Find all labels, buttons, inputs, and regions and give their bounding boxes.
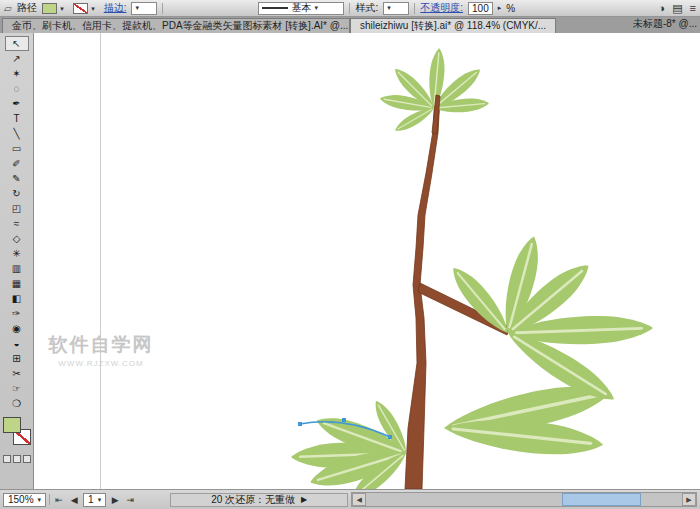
zoom-tool[interactable]: ❍	[5, 396, 29, 411]
crop-area-tool[interactable]: ⊞	[5, 351, 29, 366]
eyedropper-tool[interactable]: ✑	[5, 306, 29, 321]
previous-artboard-button[interactable]: ◀	[68, 495, 80, 505]
stroke-width-select[interactable]: ▾	[131, 2, 157, 15]
tabs-container: 金币、刷卡机、信用卡、提款机、PDA等金融类矢量图标素材 [转换].AI* @.…	[2, 18, 556, 33]
tools-list: ↖↗✶◌✒T╲▭✐✎↻◰≈◇✳▥▦◧✑◉◒⊞✂☞❍	[0, 36, 33, 411]
slice-tool[interactable]: ✂	[5, 366, 29, 381]
opacity-input[interactable]: 100	[468, 2, 493, 15]
gradient-tool[interactable]: ◧	[5, 291, 29, 306]
control-bar: ▱ 路径 ▾ ▾ 描边: ▾ 基本 ▾ 样式: ▾ 不透明度: 100 ▸ % …	[0, 0, 700, 17]
divider	[49, 494, 50, 505]
path-object-icon: ▱	[4, 3, 12, 14]
hand-tool[interactable]: ☞	[5, 381, 29, 396]
scrollbar-track[interactable]	[366, 493, 682, 506]
last-artboard-button[interactable]: ⇥	[124, 495, 136, 505]
type-tool[interactable]: T	[5, 111, 29, 126]
chevron-down-icon: ▾	[98, 496, 102, 504]
chevron-down-icon: ▾	[60, 5, 64, 13]
scroll-left-arrow-icon[interactable]: ◀	[352, 493, 366, 506]
none-mode-button[interactable]	[23, 455, 31, 463]
horizontal-scrollbar[interactable]: ◀ ▶	[351, 492, 697, 507]
status-display: 20 次还原：无重做 ▶	[170, 493, 348, 507]
direct-selection-tool[interactable]: ↗	[5, 51, 29, 66]
pen-tool[interactable]: ✒	[5, 96, 29, 111]
stroke-panel-link[interactable]: 描边:	[104, 1, 127, 15]
pencil-tool[interactable]: ✎	[5, 171, 29, 186]
document-tab[interactable]: shileizhiwu [转换].ai* @ 118.4% (CMYK/...	[350, 18, 556, 33]
artboard-number-value: 1	[88, 494, 94, 505]
artboard-canvas[interactable]: 软件自学网 WWW.RJZXW.COM	[34, 33, 700, 489]
plant-artwork[interactable]	[34, 33, 700, 489]
status-bar: 150% ▾ ⇤ ◀ 1 ▾ ▶ ⇥ 20 次还原：无重做 ▶ ◀ ▶	[0, 489, 700, 509]
divider	[414, 3, 415, 14]
column-graph-tool[interactable]: ▥	[5, 261, 29, 276]
chevron-down-icon: ▾	[38, 496, 42, 504]
magic-wand-tool[interactable]: ✶	[5, 66, 29, 81]
chevron-down-icon: ▾	[314, 4, 318, 12]
object-type-label: 路径	[17, 1, 37, 15]
opacity-slider-arrow-icon[interactable]: ▸	[498, 4, 502, 12]
stroke-color-swatch[interactable]: ▾	[73, 3, 88, 14]
style-select[interactable]: ▾	[383, 2, 409, 15]
anchor-point	[298, 422, 302, 426]
color-mode-button[interactable]	[3, 455, 11, 463]
style-label: 样式:	[355, 1, 378, 15]
background-window-tab[interactable]: 未标题-8* @...	[633, 17, 697, 31]
document-tab[interactable]: 金币、刷卡机、信用卡、提款机、PDA等金融类矢量图标素材 [转换].AI* @.…	[2, 18, 350, 33]
anchor-point	[388, 435, 392, 439]
recolor-artwork-icon[interactable]: ◑	[659, 2, 666, 14]
watermark-url: WWW.RJZXW.COM	[36, 359, 166, 368]
brush-definition-value: 基本	[291, 1, 311, 15]
chevron-down-icon: ▾	[135, 4, 139, 12]
right-leaf-cluster[interactable]	[445, 233, 653, 410]
scrollbar-thumb[interactable]	[562, 493, 641, 506]
live-paint-bucket-tool[interactable]: ◒	[5, 336, 29, 351]
status-flyout-arrow-icon[interactable]: ▶	[301, 495, 307, 504]
first-artboard-button[interactable]: ⇤	[53, 495, 65, 505]
document-tab-bar: 金币、刷卡机、信用卡、提款机、PDA等金融类矢量图标素材 [转换].AI* @.…	[0, 17, 700, 33]
lasso-tool[interactable]: ◌	[5, 81, 29, 96]
align-panel-icon[interactable]: ▤	[672, 2, 682, 15]
gradient-mode-button[interactable]	[13, 455, 21, 463]
line-segment-tool[interactable]: ╲	[5, 126, 29, 141]
brush-stroke-preview	[262, 7, 288, 9]
chevron-down-icon: ▾	[91, 5, 95, 13]
status-text: 20 次还原：无重做	[211, 493, 295, 507]
opacity-panel-link[interactable]: 不透明度:	[420, 1, 463, 15]
fill-color-swatch[interactable]: ▾	[42, 3, 57, 14]
brush-definition-select[interactable]: 基本 ▾	[258, 2, 344, 15]
selection-tool[interactable]: ↖	[5, 36, 29, 51]
illustrator-window: ▱ 路径 ▾ ▾ 描边: ▾ 基本 ▾ 样式: ▾ 不透明度: 100 ▸ % …	[0, 0, 700, 509]
zoom-level-value: 150%	[8, 494, 34, 505]
anchor-point	[342, 418, 346, 422]
blend-tool[interactable]: ◉	[5, 321, 29, 336]
mesh-tool[interactable]: ▦	[5, 276, 29, 291]
free-transform-tool[interactable]: ◇	[5, 231, 29, 246]
tools-panel: ↖↗✶◌✒T╲▭✐✎↻◰≈◇✳▥▦◧✑◉◒⊞✂☞❍	[0, 33, 34, 489]
chevron-down-icon: ▾	[387, 4, 391, 12]
artboard-number-select[interactable]: 1 ▾	[83, 493, 106, 507]
warp-tool[interactable]: ≈	[5, 216, 29, 231]
scale-tool[interactable]: ◰	[5, 201, 29, 216]
next-artboard-button[interactable]: ▶	[109, 495, 121, 505]
panel-menu-icon[interactable]: ≡	[690, 2, 696, 14]
rotate-tool[interactable]: ↻	[5, 186, 29, 201]
fill-stroke-control	[2, 417, 32, 451]
divider	[162, 3, 163, 14]
symbol-sprayer-tool[interactable]: ✳	[5, 246, 29, 261]
paintbrush-tool[interactable]: ✐	[5, 156, 29, 171]
zoom-level-select[interactable]: 150% ▾	[3, 493, 46, 507]
scroll-right-arrow-icon[interactable]: ▶	[682, 493, 696, 506]
bottom-left-leaf-cluster[interactable]	[291, 397, 413, 489]
opacity-unit-label: %	[506, 3, 515, 14]
toolbar-fill-swatch[interactable]	[3, 417, 21, 433]
watermark: 软件自学网 WWW.RJZXW.COM	[36, 332, 166, 368]
divider	[349, 3, 350, 14]
rectangle-tool[interactable]: ▭	[5, 141, 29, 156]
watermark-title: 软件自学网	[36, 332, 166, 358]
